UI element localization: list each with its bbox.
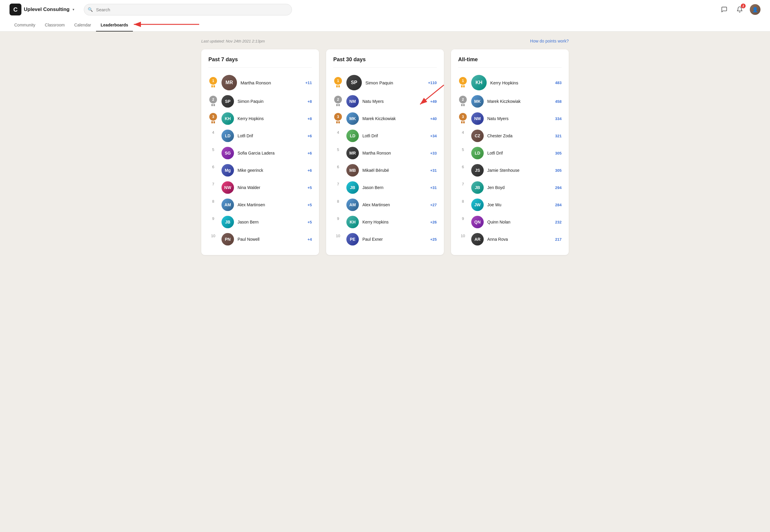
avatar: MR — [221, 75, 237, 90]
avatar: JB — [471, 181, 484, 194]
avatar: JW — [471, 199, 484, 211]
cards-grid: Past 7 days 1MRMartha Ronson+112SPSimon … — [201, 49, 569, 255]
search-wrapper: 🔍 — [84, 4, 292, 15]
person-name: Jason Bern — [238, 220, 304, 224]
avatar: AM — [221, 199, 234, 211]
list-item: 4CZChester Zoda321 — [458, 127, 562, 144]
score: 334 — [555, 117, 562, 121]
nav-community[interactable]: Community — [10, 19, 40, 32]
chat-button[interactable] — [719, 4, 730, 15]
person-name: Anna Rova — [487, 237, 551, 242]
person-name: Kerry Hopkins — [490, 80, 551, 85]
score: +31 — [430, 185, 437, 190]
score: 232 — [555, 220, 562, 224]
list-alltime: 1KHKerry Hopkins4832MKMarek Kiczkowiak45… — [458, 73, 562, 248]
search-icon: 🔍 — [88, 7, 93, 12]
score: +4 — [307, 237, 312, 242]
avatar: MR — [346, 147, 359, 159]
list-item: 1SPSimon Paquin+110 — [333, 73, 437, 93]
avatar: AM — [346, 199, 359, 211]
nav-calendar[interactable]: Calendar — [70, 19, 96, 32]
score: +5 — [307, 203, 312, 207]
list-item: 1KHKerry Hopkins483 — [458, 73, 562, 93]
score: +40 — [430, 117, 437, 121]
list-item: 10PEPaul Exner+25 — [333, 231, 437, 248]
person-name: Paul Exner — [362, 237, 427, 242]
person-name: Paul Nowell — [238, 237, 304, 242]
last-updated: Last updated: Nov 24th 2021 2:13pm — [201, 39, 265, 43]
card-past30-divider — [333, 67, 437, 68]
notification-button[interactable]: 2 — [734, 4, 745, 15]
score: 305 — [555, 151, 562, 155]
avatar: Mg — [221, 164, 234, 177]
avatar: LD — [221, 130, 234, 142]
company-name: Uplevel Consulting — [24, 7, 70, 12]
person-name: Simon Paquin — [238, 99, 304, 104]
person-name: Alex Martinsen — [362, 202, 427, 207]
list-item: 6JSJamie Stenhouse305 — [458, 162, 562, 179]
avatar: SP — [221, 95, 234, 108]
avatar: LD — [471, 147, 484, 159]
person-name: Lotfi Drif — [487, 151, 551, 155]
person-name: Jamie Stenhouse — [487, 168, 551, 173]
list-item: 7JBJason Bern+31 — [333, 179, 437, 196]
list-past30: 1SPSimon Paquin+1102NMNatu Myers+493MKMa… — [333, 73, 437, 248]
person-name: Martha Ronson — [241, 80, 302, 85]
chevron-down-icon[interactable]: ▾ — [73, 7, 74, 12]
list-item: 6MBMikaël Bérubé+31 — [333, 162, 437, 179]
avatar: MK — [471, 95, 484, 108]
score: +6 — [307, 151, 312, 155]
nav-leaderboards[interactable]: Leaderboards — [96, 19, 133, 32]
list-item: 9QNQuinn Nolan232 — [458, 213, 562, 231]
list-item: 5MRMartha Ronson+33 — [333, 144, 437, 162]
person-name: Martha Ronson — [362, 151, 427, 155]
list-item: 2NMNatu Myers+49 — [333, 93, 437, 110]
list-item: 8JWJoe Wu284 — [458, 196, 562, 213]
logo-icon: C — [10, 4, 21, 15]
nav-classroom[interactable]: Classroom — [40, 19, 70, 32]
person-name: Mike geerinck — [238, 168, 304, 173]
main-nav: Community Classroom Calendar Leaderboard… — [10, 19, 760, 31]
avatar: PN — [221, 233, 234, 245]
header-actions: 2 👤 — [719, 4, 760, 15]
list-item: 6MgMike geerinck+6 — [208, 162, 312, 179]
avatar: NM — [471, 112, 484, 125]
person-name: Natu Myers — [362, 99, 427, 104]
score: +49 — [430, 99, 437, 104]
header: C Uplevel Consulting ▾ 🔍 — [0, 0, 770, 32]
search-input[interactable] — [84, 4, 292, 15]
person-name: Jen Boyd — [487, 185, 551, 190]
avatar: KH — [221, 112, 234, 125]
score: +6 — [307, 168, 312, 173]
avatar: AR — [471, 233, 484, 245]
list-item: 5SGSofia Garcia Ladera+6 — [208, 144, 312, 162]
avatar: JB — [346, 181, 359, 194]
avatar: CZ — [471, 130, 484, 142]
avatar: MB — [346, 164, 359, 177]
avatar: SP — [346, 75, 362, 90]
score: +8 — [307, 99, 312, 104]
score: 294 — [555, 185, 562, 190]
score: +34 — [430, 134, 437, 138]
how-points-link[interactable]: How do points work? — [530, 39, 569, 43]
person-name: Kerry Hopkins — [362, 220, 427, 224]
list-item: 7NWNina Walder+5 — [208, 179, 312, 196]
user-avatar[interactable]: 👤 — [750, 4, 760, 15]
logo-area[interactable]: C Uplevel Consulting ▾ — [10, 4, 74, 15]
score: 321 — [555, 134, 562, 138]
list-item: 8AMAlex Martinsen+5 — [208, 196, 312, 213]
list-past7: 1MRMartha Ronson+112SPSimon Paquin+83KHK… — [208, 73, 312, 248]
person-name: Natu Myers — [487, 116, 551, 121]
avatar: JB — [221, 216, 234, 228]
score: +33 — [430, 151, 437, 155]
person-name: Nina Walder — [238, 185, 304, 190]
person-name: Marek Kiczkowiak — [362, 116, 427, 121]
person-name: Jason Bern — [362, 185, 427, 190]
search-bar: 🔍 — [84, 4, 292, 15]
list-item: 9KHKerry Hopkins+26 — [333, 213, 437, 231]
list-item: 3NMNatu Myers334 — [458, 110, 562, 127]
score: +26 — [430, 220, 437, 224]
score: +8 — [307, 117, 312, 121]
notification-badge: 2 — [741, 4, 746, 8]
score: +25 — [430, 237, 437, 242]
